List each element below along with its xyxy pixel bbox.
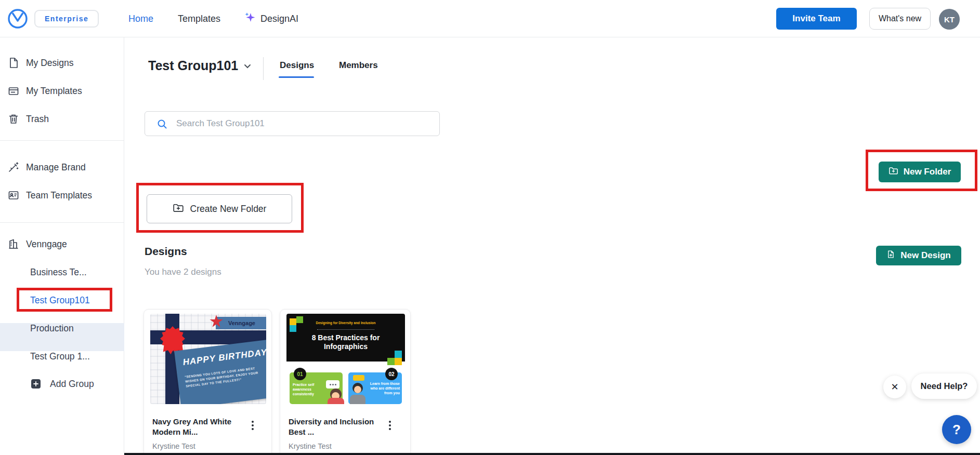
sidebar-group-production[interactable]: Production <box>0 319 124 338</box>
top-bar: Enterprise Home Templates DesignAI Invit… <box>0 0 980 37</box>
sidebar-divider <box>0 140 124 141</box>
folder-plus-icon <box>173 202 184 216</box>
sidebar-item-my-designs[interactable]: My Designs <box>0 53 124 72</box>
card-title: Navy Grey And White Modern Mi... <box>152 417 246 437</box>
card-author: Krystine Test <box>289 442 332 450</box>
plus-square-icon <box>31 379 41 389</box>
designs-count: You have 2 designs <box>145 267 221 277</box>
nav-templates[interactable]: Templates <box>178 0 220 37</box>
page-title: Test Group101 <box>148 58 238 73</box>
new-folder-button[interactable]: New Folder <box>879 162 961 182</box>
design-thumbnail: Designing for Diversity and Inclusion 8 … <box>286 314 405 404</box>
trash-icon <box>7 113 20 125</box>
search-input[interactable] <box>145 112 439 136</box>
chevron-down-icon <box>243 58 252 73</box>
magic-wand-icon <box>7 161 20 173</box>
sidebar-item-manage-brand[interactable]: Manage Brand <box>0 158 124 177</box>
card-author: Krystine Test <box>152 442 195 450</box>
group-title-dropdown[interactable]: Test Group101 <box>148 58 252 73</box>
enterprise-badge: Enterprise <box>34 10 99 28</box>
create-new-folder-label: Create New Folder <box>190 204 267 215</box>
thumb-kicker: Designing for Diversity and Inclusion <box>286 321 405 325</box>
sidebar-group-test-group101[interactable]: Test Group101 <box>0 291 124 310</box>
sidebar-item-label: My Templates <box>26 86 82 97</box>
whats-new-button[interactable]: What's new <box>869 8 931 30</box>
speech-bubble-icon <box>326 380 339 389</box>
active-tab-underline <box>279 76 314 78</box>
sidebar-item-venngage-org[interactable]: Venngage <box>0 235 124 253</box>
add-group-label: Add Group <box>50 379 94 390</box>
thumb-title: 8 Best Practices for Infographics <box>294 333 398 351</box>
nav-designai[interactable]: DesignAI <box>244 0 298 37</box>
sidebar-item-team-templates[interactable]: Team Templates <box>0 186 124 205</box>
sidebar-item-trash[interactable]: Trash <box>0 110 124 128</box>
card-title: Diversity and Inclusion Best ... <box>289 417 382 437</box>
sidebar-group-business-team[interactable]: Business Te... <box>0 263 124 282</box>
design-card-diversity[interactable]: Designing for Diversity and Inclusion 8 … <box>280 309 411 455</box>
speech-bubble-icon <box>353 375 364 381</box>
sidebar-group-label: Production <box>30 323 74 334</box>
search-box <box>145 111 440 136</box>
need-help-button[interactable]: Need Help? <box>911 373 977 399</box>
window-bottom-edge <box>0 453 980 455</box>
header-divider <box>263 57 264 80</box>
design-card-navy-grey[interactable]: Venngage HAPPY BIRTHDAY! "Sending you lo… <box>143 309 272 455</box>
user-avatar[interactable]: KT <box>939 9 960 30</box>
sidebar-group-test-group-1[interactable]: Test Group 1... <box>0 347 124 366</box>
sidebar-group-label: Test Group 1... <box>30 351 90 362</box>
tab-members[interactable]: Members <box>339 60 378 71</box>
new-folder-label: New Folder <box>904 167 951 177</box>
folder-plus-icon <box>888 166 898 178</box>
building-icon <box>7 238 20 250</box>
designs-heading: Designs <box>145 245 187 258</box>
sidebar-item-label: Manage Brand <box>26 162 86 173</box>
thumb-brand-text: Venngage <box>228 320 255 326</box>
sidebar-item-label: Team Templates <box>26 190 92 201</box>
nav-designai-label: DesignAI <box>260 14 298 24</box>
thumb-step-number: 02 <box>385 368 398 380</box>
kebab-menu-icon[interactable] <box>247 419 258 432</box>
sidebar-divider <box>0 222 124 223</box>
file-plus-icon <box>886 250 895 261</box>
thumb-heading: HAPPY BIRTHDAY! <box>182 346 266 368</box>
help-close-button[interactable]: ✕ <box>883 376 906 398</box>
nav-templates-label: Templates <box>178 14 220 24</box>
thumb-step-text: Learn from those who are different from … <box>369 381 400 395</box>
nav-home-label: Home <box>128 14 153 24</box>
sidebar-group-label: Business Te... <box>30 267 87 278</box>
new-design-button[interactable]: New Design <box>876 246 961 265</box>
sparkle-icon <box>244 11 256 26</box>
thumb-step-number: 01 <box>294 368 306 380</box>
help-question-button[interactable]: ? <box>942 415 971 444</box>
nav-home[interactable]: Home <box>128 0 153 37</box>
id-badge-icon <box>7 189 20 202</box>
new-design-label: New Design <box>900 250 950 261</box>
thumb-quote: "Sending you lots of love and best wishe… <box>185 366 264 389</box>
sidebar: My Designs My Templates Trash Manage Bra… <box>0 37 124 455</box>
kebab-menu-icon[interactable] <box>384 419 396 432</box>
design-thumbnail: Venngage HAPPY BIRTHDAY! "Sending you lo… <box>150 314 266 404</box>
file-icon <box>7 57 20 69</box>
invite-team-button[interactable]: Invite Team <box>776 8 857 30</box>
sidebar-group-label: Test Group101 <box>30 295 90 306</box>
sidebar-add-group[interactable]: Add Group <box>0 374 124 393</box>
sidebar-item-label: My Designs <box>26 58 73 69</box>
venngage-logo-icon[interactable] <box>7 8 28 29</box>
sidebar-item-label: Venngage <box>26 239 67 250</box>
create-new-folder-button[interactable]: Create New Folder <box>147 194 292 223</box>
sidebar-item-label: Trash <box>26 114 49 125</box>
templates-icon <box>7 85 20 97</box>
thumb-step-text: Practice self awareness consistently <box>293 382 323 396</box>
sidebar-item-my-templates[interactable]: My Templates <box>0 82 124 100</box>
tab-designs[interactable]: Designs <box>280 60 314 71</box>
